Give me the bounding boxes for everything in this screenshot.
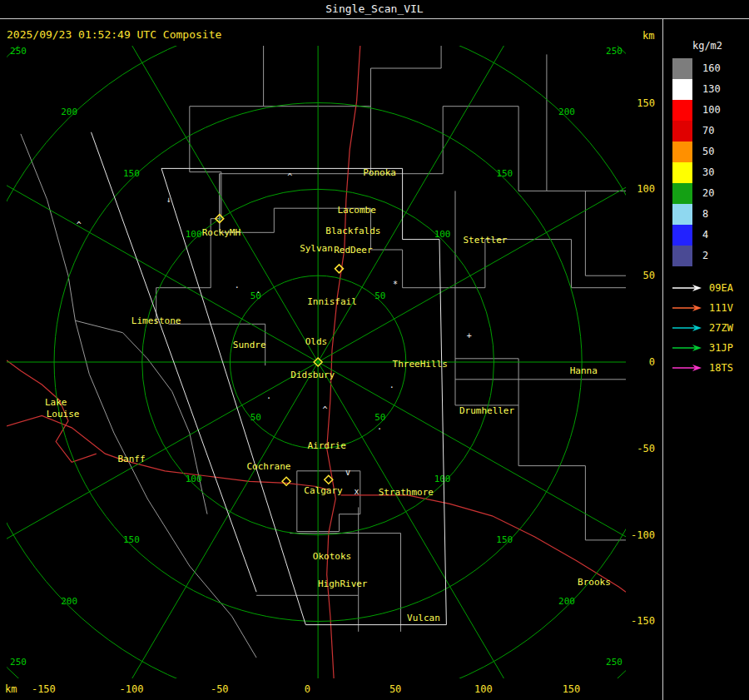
town-label: Lacombe bbox=[337, 205, 375, 216]
x-axis-tick: -150 bbox=[32, 683, 56, 695]
legend-entry: 4 bbox=[672, 225, 749, 246]
town-label: Blackfalds bbox=[325, 226, 380, 236]
legend-swatch bbox=[672, 58, 692, 79]
y-axis-tick: 100 bbox=[625, 183, 655, 195]
town-label: Olds bbox=[305, 336, 328, 347]
ring-distance-label: 150 bbox=[123, 534, 140, 545]
ring-distance-label: 50 bbox=[374, 412, 385, 423]
town-label: Stettler bbox=[463, 235, 507, 246]
town-label: Okotoks bbox=[313, 551, 351, 562]
legend-value: 130 bbox=[702, 79, 721, 100]
point-marker: · bbox=[266, 394, 271, 403]
county-boundary bbox=[403, 240, 626, 288]
ring-distance-label: 50 bbox=[250, 412, 261, 423]
x-axis-tick: -100 bbox=[120, 683, 144, 695]
county-boundary bbox=[547, 54, 626, 191]
legend-value: 50 bbox=[702, 141, 714, 162]
legend-swatch bbox=[672, 246, 692, 266]
site-marker-diamond bbox=[282, 477, 290, 485]
legend-entry: 100 bbox=[672, 100, 749, 121]
radar-id-label: 31JP bbox=[709, 342, 733, 354]
ring-distance-label: 150 bbox=[123, 168, 140, 179]
legend-entry: 2 bbox=[672, 246, 749, 266]
point-marker: · bbox=[235, 283, 240, 292]
town-label: Hanna bbox=[570, 365, 598, 376]
legend-entry: 30 bbox=[672, 162, 749, 183]
point-marker: * bbox=[393, 280, 398, 289]
x-axis-tick: 50 bbox=[389, 683, 401, 695]
county-boundary bbox=[585, 191, 626, 276]
legend-value: 8 bbox=[702, 204, 708, 225]
legend-swatch bbox=[672, 225, 692, 246]
point-marker: + bbox=[467, 331, 472, 340]
point-marker: v bbox=[345, 468, 350, 477]
county-boundary bbox=[75, 320, 207, 514]
town-label: Calgary bbox=[304, 485, 343, 496]
legend-entry: 70 bbox=[672, 121, 749, 141]
town-label: Vulcan bbox=[407, 613, 440, 623]
radar-arrow-icon bbox=[671, 303, 702, 313]
legend-value: 160 bbox=[702, 58, 721, 79]
radar-id-label: 111V bbox=[709, 302, 733, 314]
ring-distance-label: 200 bbox=[558, 107, 575, 117]
radar-legend-entry: 09EA bbox=[671, 278, 749, 298]
y-axis-tick: -100 bbox=[625, 529, 655, 541]
radial-line bbox=[54, 46, 318, 362]
legend-swatch bbox=[672, 79, 692, 100]
ring-distance-label: 100 bbox=[186, 229, 202, 240]
x-axis-tick: 150 bbox=[563, 683, 581, 695]
radar-id-label: 27ZW bbox=[709, 322, 733, 334]
radar-id-label: 09EA bbox=[709, 282, 733, 294]
legend-value: 20 bbox=[702, 183, 714, 204]
legend-unit-label: kg/m2 bbox=[666, 40, 749, 52]
ring-distance-label: 250 bbox=[10, 657, 27, 668]
point-marker: ^ bbox=[77, 221, 82, 230]
county-boundary bbox=[156, 46, 264, 324]
town-label: HighRiver bbox=[318, 578, 368, 589]
legend-swatch bbox=[672, 162, 692, 183]
radar-map: 5050505010010010010015015015015020020020… bbox=[7, 46, 626, 678]
county-boundary bbox=[220, 174, 275, 233]
town-label: Strathmore bbox=[379, 487, 434, 498]
town-label: Drumheller bbox=[459, 405, 515, 416]
radar-arrow-icon bbox=[671, 363, 702, 373]
radar-arrow-icon bbox=[671, 323, 702, 333]
timestamp: 2025/09/23 01:52:49 UTC Composite bbox=[7, 28, 221, 41]
radar-legend-entry: 18TS bbox=[671, 358, 749, 378]
window-title: Single_Scan_VIL bbox=[0, 0, 749, 19]
radar-arrow-icon bbox=[671, 343, 702, 353]
point-marker: ↓ bbox=[166, 195, 171, 204]
legend-swatch bbox=[672, 183, 692, 204]
ring-distance-label: 150 bbox=[496, 534, 513, 545]
ring-distance-label: 200 bbox=[61, 596, 77, 607]
y-axis-tick: 150 bbox=[625, 97, 655, 109]
town-label: RockyMH bbox=[202, 227, 241, 238]
legend-entry: 160 bbox=[672, 58, 749, 79]
town-label: Cochrane bbox=[246, 461, 290, 472]
town-label: Sundre bbox=[233, 340, 266, 350]
x-axis-tick: 0 bbox=[305, 683, 310, 695]
legend-color-scale: 16013010070503020842 bbox=[666, 58, 749, 266]
map-layers: 5050505010010010010015015015015020020020… bbox=[7, 46, 626, 678]
town-label: Sylvan bbox=[300, 243, 333, 254]
town-label: Lake bbox=[45, 397, 67, 408]
x-axis-unit: km bbox=[5, 683, 17, 695]
town-label: Airdrie bbox=[308, 440, 346, 451]
town-label: ThreeHills bbox=[393, 359, 448, 370]
county-boundary bbox=[297, 471, 360, 532]
town-label: Didsbury bbox=[290, 370, 335, 380]
y-axis-tick: -150 bbox=[625, 615, 655, 627]
radar-site-legend: 09EA111V27ZW31JP18TS bbox=[666, 278, 749, 378]
legend-swatch bbox=[672, 204, 692, 225]
point-marker: · bbox=[377, 424, 382, 434]
ring-distance-label: 250 bbox=[10, 46, 27, 57]
county-boundary bbox=[264, 46, 441, 107]
legend-swatch bbox=[672, 141, 692, 162]
ring-distance-label: 250 bbox=[606, 657, 623, 668]
legend-swatch bbox=[672, 100, 692, 121]
y-axis-tick: -50 bbox=[625, 443, 655, 454]
y-axis-unit: km bbox=[642, 30, 654, 42]
y-axis-tick: 0 bbox=[625, 356, 655, 368]
radial-line bbox=[54, 362, 318, 678]
county-boundary bbox=[455, 359, 518, 405]
